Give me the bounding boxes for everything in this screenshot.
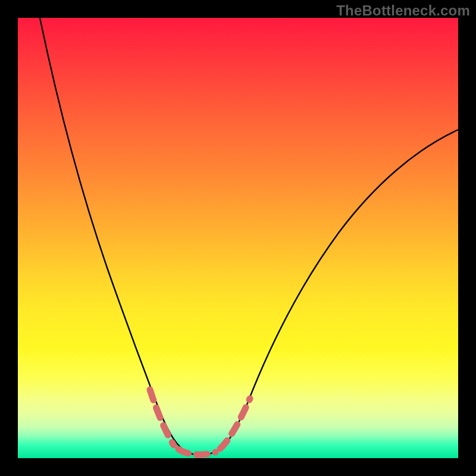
highlight-right-ascent — [220, 399, 250, 449]
plot-gradient-area — [18, 18, 458, 458]
bottleneck-curve-path — [40, 18, 458, 455]
outer-frame: TheBottleneck.com — [0, 0, 476, 476]
watermark-text: TheBottleneck.com — [336, 2, 470, 19]
highlight-left-descent — [150, 390, 174, 445]
highlight-valley-floor — [178, 449, 215, 455]
bottleneck-curve-svg — [18, 18, 458, 458]
